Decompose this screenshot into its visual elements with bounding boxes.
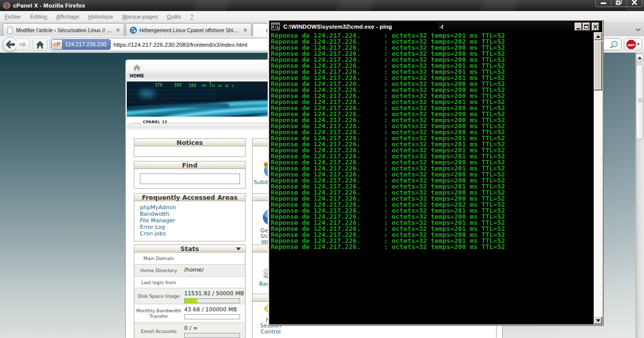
faa-body: phpMyAdminBandwidthFile ManagerError Log…: [134, 201, 246, 241]
cpanel-favicon-text: cP: [53, 41, 61, 48]
search-magnifier-icon[interactable]: [609, 40, 618, 49]
notices-header: Notices: [134, 138, 246, 146]
window-restore-button[interactable]: [611, 0, 627, 7]
banner-number: 17X: [155, 83, 163, 88]
menu-item-fichier[interactable]: Fichier: [0, 12, 26, 21]
faa-link-error-log[interactable]: Error Log: [140, 224, 245, 230]
stats-row-main-domain: Main Domain: [134, 252, 245, 264]
notices-box: Notices: [134, 138, 246, 157]
cmd-up-arrow-icon: [596, 35, 600, 38]
back-button[interactable]: [3, 37, 18, 52]
up-arrow-icon: [637, 56, 642, 59]
stats-box: Stats Main DomainHome Directory/home/Las…: [134, 244, 246, 338]
cmd-title-redaction: [393, 22, 438, 31]
cmd-minimize-button[interactable]: [575, 23, 582, 31]
stats-value: 11531.92 / 50000 MB: [183, 288, 245, 304]
blank-favicon: [256, 26, 264, 34]
stats-label: Disk Space Usage: [134, 288, 183, 304]
menu-item-marque-pages[interactable]: Marque-pages: [118, 12, 163, 21]
cmd-window-controls: [574, 23, 599, 31]
frequently-accessed-areas-box: Frequently Accessed Areas phpMyAdminBand…: [134, 193, 246, 241]
banner-number: 38: [225, 84, 229, 88]
breadcrumb-home[interactable]: HOME: [127, 64, 146, 78]
faa-link-file-manager[interactable]: File Manager: [140, 217, 245, 224]
stats-row-disk-space-usage: Disk Space Usage11531.92 / 50000 MB: [134, 288, 245, 304]
browser-tab-1[interactable]: Modifier l’article ‹ Sécurisation Linux …: [3, 23, 124, 36]
home-breadcrumb-icon: [133, 64, 141, 71]
menu-item-affichage[interactable]: Affichage: [52, 12, 84, 21]
banner-number: 211: [210, 83, 215, 87]
cmd-scrollbar-thumb[interactable]: [594, 41, 602, 91]
find-input[interactable]: [140, 174, 240, 184]
cmd-console-output: Réponse de 124.217.226. : octets=32 temp…: [269, 32, 602, 324]
cmd-scrollbar[interactable]: [594, 32, 602, 324]
notices-body: [134, 146, 246, 157]
menu-item-outils[interactable]: Outils: [163, 12, 186, 21]
faa-link-cron-jobs[interactable]: Cron jobs: [140, 230, 245, 237]
scrollbar-thumb[interactable]: [636, 64, 643, 140]
banner-number: 4: [232, 84, 234, 88]
browser-tab-2[interactable]: Hébergement Linux Cpanel offshore Shin..…: [126, 23, 252, 36]
stats-value: 0 / ∞: [183, 323, 245, 338]
banner-number: 19X: [189, 83, 196, 88]
cmd-title-suffix: -t: [439, 24, 443, 30]
menu-item--dition[interactable]: Édition: [26, 12, 52, 21]
cmd-maximize-button[interactable]: [583, 23, 590, 31]
stats-row-email-accounts: Email Accounts0 / ∞: [134, 322, 245, 338]
home-button[interactable]: [33, 38, 47, 51]
stats-row-monthly-bandwidth-transfer: Monthly Bandwidth Transfer43.68 / 100000…: [134, 304, 245, 322]
window-close-button[interactable]: [627, 0, 642, 7]
identity-domain: 124.217.226.230: [62, 41, 110, 48]
faa-link-phpmyadmin[interactable]: phpMyAdmin: [140, 204, 245, 211]
stats-label: Main Domain: [134, 252, 183, 264]
banner-number: 18X: [174, 83, 182, 88]
faa-link-bandwidth[interactable]: Bandwidth: [140, 211, 245, 217]
tab-close-icon[interactable]: ×: [243, 27, 248, 34]
stats-value-text: /home/: [184, 267, 245, 273]
cmd-minimize-icon: [577, 28, 580, 29]
stats-value: [183, 252, 245, 264]
usage-progress-bar: [184, 298, 240, 303]
banner-number: 201: [201, 83, 207, 87]
tab-title: Hébergement Linux Cpanel offshore Shin..…: [139, 27, 240, 33]
firefox-icon: [3, 2, 11, 10]
restore-icon: [616, 0, 622, 5]
page-favicon-icon: [6, 26, 14, 34]
url-text: https://124.217.226.230:2083/frontend/x3…: [114, 42, 248, 48]
globe-favicon-icon: [129, 26, 137, 34]
cmd-scroll-down-button[interactable]: [594, 316, 602, 324]
cmd-title-text: C:\WINDOWS\system32\cmd.exe - ping: [283, 24, 392, 30]
stats-label: Last login from: [134, 277, 183, 288]
scrollbar-up-button[interactable]: [636, 54, 643, 62]
brand-left-line: [128, 123, 141, 126]
cmd-icon: C:\: [271, 23, 280, 30]
tab-title: Modifier l’article ‹ Sécurisation Linux …: [16, 27, 113, 33]
scrollbar-thumb-grip: [638, 99, 642, 103]
find-header: Find: [134, 161, 246, 169]
abp-dropdown-icon: [636, 43, 640, 46]
stats-value-text: 43.68 / 100000 MB: [184, 306, 245, 313]
cmd-down-arrow-icon: [596, 319, 600, 322]
stats-value-text: 11531.92 / 50000 MB: [184, 290, 245, 297]
forward-button[interactable]: [17, 38, 30, 50]
cmd-window: C:\ C:\WINDOWS\system32\cmd.exe - ping -…: [268, 19, 604, 326]
stats-value: [183, 277, 245, 288]
cmd-titlebar[interactable]: C:\ C:\WINDOWS\system32\cmd.exe - ping -…: [269, 21, 602, 32]
find-body: [134, 169, 246, 189]
window-title: cPanel X - Mozilla Firefox: [13, 3, 85, 9]
chevron-down-icon: [636, 28, 640, 31]
site-identity-button[interactable]: cP 124.217.226.230: [51, 39, 111, 50]
menu-item-historique[interactable]: Historique: [84, 12, 118, 21]
window-minimize-button[interactable]: [596, 0, 611, 7]
tab-list-chevron-icon[interactable]: [636, 27, 641, 32]
menu-item-?[interactable]: ?: [186, 12, 198, 21]
tab-close-icon[interactable]: ×: [115, 27, 121, 34]
banner-number: 28: [218, 84, 222, 88]
stats-collapse-icon[interactable]: [236, 247, 241, 250]
cmd-close-button[interactable]: [592, 23, 599, 31]
cmd-scroll-up-button[interactable]: [594, 32, 602, 40]
page-scrollbar[interactable]: [635, 53, 644, 338]
usage-progress-bar: [184, 314, 240, 319]
adblock-plus-button[interactable]: ABP: [624, 38, 642, 50]
firefox-titlebar: cPanel X - Mozilla Firefox: [0, 0, 644, 11]
